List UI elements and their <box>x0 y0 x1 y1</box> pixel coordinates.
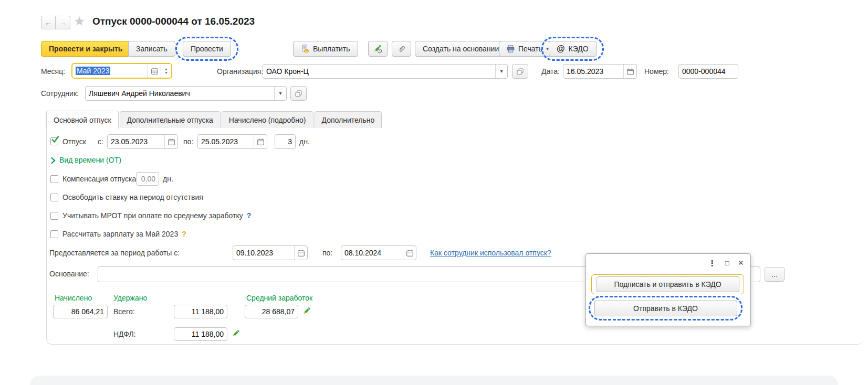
write-button[interactable]: Записать <box>128 41 175 57</box>
accrued-label: Начислено <box>55 294 92 302</box>
employee-dropdown-button[interactable]: ▾ <box>274 87 286 100</box>
calc-salary-checkbox[interactable] <box>50 230 58 238</box>
time-kind-link[interactable]: Вид времени (ОТ) <box>59 156 121 164</box>
tab-additional[interactable]: Дополнительно <box>315 111 382 129</box>
average-earnings-field[interactable]: 28 688,07 <box>245 305 298 318</box>
mrot-checkbox-label: Учитывать МРОТ при оплате по среднему за… <box>62 211 243 220</box>
compensation-checkbox-label: Компенсация отпуска <box>62 175 136 183</box>
mrot-help-icon[interactable]: ? <box>247 211 252 220</box>
kedo-button[interactable]: @ КЭДО <box>549 41 597 57</box>
employee-open-button[interactable] <box>290 86 307 101</box>
calc-salary-help-icon[interactable]: ? <box>182 230 186 238</box>
free-rate-checkbox-label: Освободить ставку на период отсутствия <box>62 193 203 201</box>
kedo-popup-window: ⋮ □ × Подписать и отправить в КЭДО Отпра… <box>585 253 751 326</box>
pencil-icon <box>302 307 311 315</box>
number-field[interactable]: 0000-000044 <box>678 64 738 79</box>
vacation-from-label: с: <box>98 137 103 146</box>
vacation-from-field[interactable]: 23.05.2023 <box>107 134 178 149</box>
create-on-basis-label: Создать на основании <box>423 45 499 53</box>
favorite-star-icon[interactable]: ★ <box>74 15 85 28</box>
vacation-checkbox-label: Отпуск <box>62 137 86 146</box>
work-period-label: Предоставляется за период работы с: <box>49 249 180 257</box>
organization-label: Организация: <box>217 64 263 79</box>
edit-ndfl-button[interactable] <box>232 329 240 339</box>
pencil-icon <box>232 329 240 338</box>
period-from-value: 09.10.2023 <box>233 249 294 257</box>
nav-history: ← → <box>41 16 70 29</box>
back-button[interactable]: ← <box>41 16 56 29</box>
date-calendar-button[interactable] <box>623 65 636 78</box>
organization-dropdown-button[interactable]: ▾ <box>495 65 507 78</box>
withheld-total-field[interactable]: 11 188,00 <box>174 305 227 318</box>
compensation-days-field[interactable]: 0,00 <box>136 172 159 186</box>
spin-down-icon: ▼ <box>164 71 168 74</box>
month-calendar-button[interactable] <box>148 64 161 78</box>
mrot-checkbox[interactable] <box>50 212 58 220</box>
vacation-to-value: 25.05.2023 <box>198 137 254 146</box>
print-button-label: Печать <box>518 45 542 53</box>
accrued-field[interactable]: 86 064,21 <box>53 305 108 318</box>
popup-menu-icon[interactable]: ⋮ <box>708 259 716 267</box>
calendar-icon <box>151 68 158 74</box>
pay-button-label: Выплатить <box>313 45 350 53</box>
printer-icon <box>507 45 515 53</box>
vacation-days-value: 3 <box>275 137 295 146</box>
organization-combo[interactable]: ОАО Крон-Ц ▾ <box>263 64 508 79</box>
period-to-field[interactable]: 08.10.2024 <box>341 245 416 260</box>
period-from-field[interactable]: 09.10.2023 <box>233 245 308 260</box>
date-label: Дата: <box>541 64 560 79</box>
post-and-close-button[interactable]: Провести и закрыть <box>41 41 130 57</box>
edit-average-button[interactable] <box>302 307 311 317</box>
tab-main-vacation[interactable]: Основной отпуск <box>46 111 119 129</box>
withheld-total-value: 11 188,00 <box>174 307 227 316</box>
employee-combo[interactable]: Ляшевич Андрей Николаевич ▾ <box>85 86 287 101</box>
month-input[interactable]: Май 2023 <box>72 67 148 75</box>
popup-maximize-icon[interactable]: □ <box>725 260 729 266</box>
edit-timestamp-button[interactable] <box>368 41 388 57</box>
compensation-checkbox[interactable] <box>50 175 58 183</box>
ndfl-field[interactable]: 11 188,00 <box>174 327 227 341</box>
vacation-to-calendar-button[interactable] <box>254 135 267 148</box>
employee-value: Ляшевич Андрей Николаевич <box>86 89 274 98</box>
chevron-right-icon[interactable] <box>51 157 56 165</box>
period-to-calendar-button[interactable] <box>403 246 416 260</box>
tab-accrued-detail[interactable]: Начислено (подробно) <box>222 111 313 129</box>
vacation-days-field[interactable]: 3 <box>275 134 296 149</box>
send-kedo-button[interactable]: Отправить в КЭДО <box>594 301 737 316</box>
withheld-total-label: Всего: <box>113 307 135 316</box>
vacation-to-label: по: <box>183 137 193 146</box>
basis-more-button[interactable]: ... <box>765 267 785 282</box>
vacation-usage-link[interactable]: Как сотрудник использовал отпуск? <box>430 249 551 257</box>
number-label: Номер: <box>644 64 669 79</box>
calendar-icon <box>627 68 634 75</box>
vacation-from-calendar-button[interactable] <box>164 135 177 148</box>
post-button[interactable]: Провести <box>183 41 231 57</box>
organization-open-button[interactable] <box>512 64 528 79</box>
accrued-value: 86 064,21 <box>54 307 107 316</box>
forward-button[interactable]: → <box>56 16 70 29</box>
at-icon: @ <box>557 44 565 54</box>
vacation-checkbox[interactable] <box>50 137 58 145</box>
pay-button[interactable]: Выплатить <box>293 41 358 57</box>
average-earnings-value: 28 688,07 <box>245 307 298 316</box>
popup-close-icon[interactable]: × <box>738 258 744 268</box>
calc-salary-checkbox-label: Рассчитать зарплату за Май 2023 <box>62 230 178 238</box>
ndfl-label: НДФЛ: <box>113 330 136 338</box>
month-spinner[interactable]: ▲ ▼ <box>161 64 171 78</box>
tab-additional-vacations[interactable]: Дополнительные отпуска <box>120 111 221 129</box>
kedo-button-label: КЭДО <box>569 45 589 53</box>
period-from-calendar-button[interactable] <box>294 246 307 260</box>
date-value: 16.05.2023 <box>563 67 623 76</box>
calendar-icon <box>298 250 305 256</box>
compensation-days-value: 0,00 <box>137 175 159 183</box>
forward-arrow-icon: → <box>59 18 67 27</box>
month-selected-text: Май 2023 <box>76 67 110 75</box>
free-rate-checkbox[interactable] <box>50 194 58 201</box>
sign-and-send-kedo-button[interactable]: Подписать и отправить в КЭДО <box>597 276 739 292</box>
spin-up-icon: ▲ <box>164 67 168 71</box>
date-field[interactable]: 16.05.2023 <box>563 64 637 79</box>
chevron-down-icon: ▾ <box>500 69 503 74</box>
vacation-to-field[interactable]: 25.05.2023 <box>197 134 267 149</box>
send-kedo-button-highlight: Отправить в КЭДО <box>589 296 742 320</box>
attachments-button[interactable] <box>392 41 411 57</box>
